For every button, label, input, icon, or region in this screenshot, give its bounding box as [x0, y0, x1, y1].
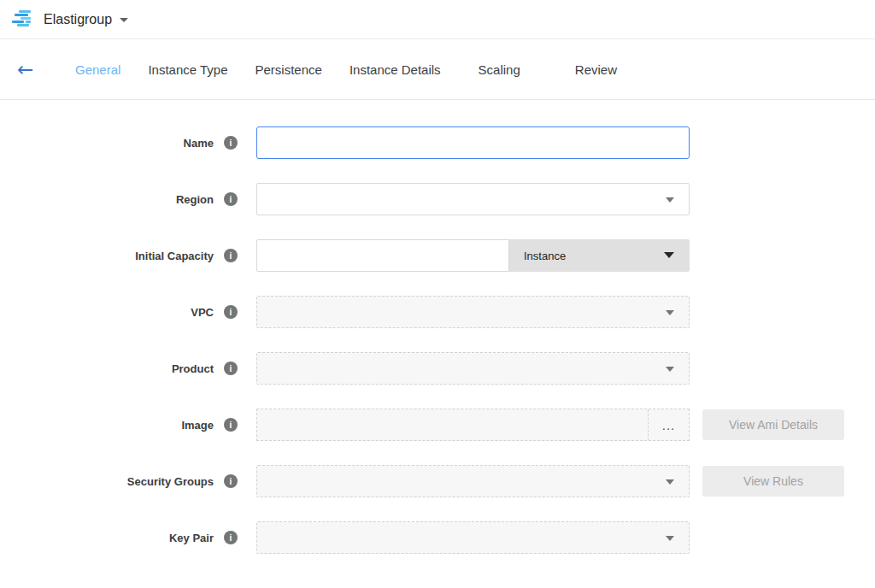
info-glyph: i	[230, 308, 232, 317]
info-glyph: i	[230, 533, 232, 543]
info-icon[interactable]: i	[224, 474, 238, 488]
product-select	[256, 352, 690, 385]
info-icon[interactable]: i	[224, 531, 238, 544]
form-row-vpc: VPC i	[0, 296, 875, 328]
info-icon[interactable]: i	[224, 362, 238, 375]
info-glyph: i	[230, 477, 232, 486]
key-pair-select	[256, 521, 690, 554]
capacity-unit-select[interactable]: Instance	[509, 239, 690, 272]
vpc-select	[256, 296, 690, 328]
app-header: Elastigroup	[0, 0, 875, 39]
tab-review[interactable]: Review	[575, 62, 617, 77]
chevron-down-icon	[664, 252, 674, 258]
wizard-tab-bar: ← General Instance Type Persistence Inst…	[0, 39, 875, 100]
name-label: Name	[0, 137, 214, 150]
tab-persistence[interactable]: Persistence	[255, 62, 322, 77]
region-label: Region	[0, 193, 214, 206]
form-row-key-pair: Key Pair i	[0, 521, 875, 554]
form-row-name: Name i	[0, 126, 875, 159]
info-glyph: i	[230, 364, 232, 373]
info-glyph: i	[230, 138, 232, 148]
form-row-product: Product i	[0, 352, 875, 385]
app-name[interactable]: Elastigroup	[44, 12, 112, 27]
initial-capacity-label: Initial Capacity	[0, 250, 214, 262]
elastigroup-logo-icon	[12, 10, 34, 28]
wizard-tabs: General Instance Type Persistence Instan…	[75, 62, 617, 77]
key-pair-label: Key Pair	[0, 532, 214, 544]
ellipsis-browse-button[interactable]: ...	[648, 409, 689, 440]
form-row-image: Image i ... View Ami Details	[0, 409, 875, 441]
image-value	[257, 409, 648, 440]
view-ami-details-button[interactable]: View Ami Details	[702, 409, 844, 440]
product-label: Product	[0, 362, 214, 375]
form-row-initial-capacity: Initial Capacity i Instance	[0, 239, 875, 272]
info-icon[interactable]: i	[224, 418, 238, 432]
tab-instance-type[interactable]: Instance Type	[148, 62, 227, 77]
tab-instance-details[interactable]: Instance Details	[349, 62, 441, 77]
initial-capacity-group: Instance	[256, 239, 690, 272]
general-form: Name i Region i Initial Capacity i Insta…	[0, 100, 875, 554]
info-icon[interactable]: i	[224, 305, 238, 319]
chevron-down-icon	[666, 536, 674, 541]
back-arrow-icon[interactable]: ←	[17, 58, 39, 80]
chevron-down-icon	[666, 479, 674, 485]
info-icon[interactable]: i	[224, 136, 238, 150]
form-row-security-groups: Security Groups i View Rules	[0, 465, 875, 497]
capacity-unit-value: Instance	[524, 250, 566, 262]
name-input[interactable]	[256, 126, 690, 159]
info-icon[interactable]: i	[224, 249, 238, 262]
chevron-down-icon	[666, 367, 674, 372]
info-glyph: i	[230, 420, 232, 430]
info-icon[interactable]: i	[224, 192, 238, 206]
security-groups-select	[256, 465, 690, 497]
tab-scaling[interactable]: Scaling	[479, 62, 520, 77]
chevron-down-icon[interactable]	[120, 18, 128, 22]
tab-general[interactable]: General	[75, 62, 120, 77]
image-picker: ...	[256, 409, 690, 441]
region-select[interactable]	[256, 183, 690, 215]
chevron-down-icon	[666, 310, 674, 315]
info-glyph: i	[230, 251, 232, 261]
security-groups-label: Security Groups	[0, 475, 214, 488]
initial-capacity-input[interactable]	[256, 239, 509, 272]
info-glyph: i	[230, 195, 232, 204]
view-rules-button[interactable]: View Rules	[702, 466, 844, 497]
chevron-down-icon	[666, 197, 674, 203]
form-row-region: Region i	[0, 183, 875, 215]
vpc-label: VPC	[0, 306, 214, 319]
image-label: Image	[0, 419, 214, 432]
